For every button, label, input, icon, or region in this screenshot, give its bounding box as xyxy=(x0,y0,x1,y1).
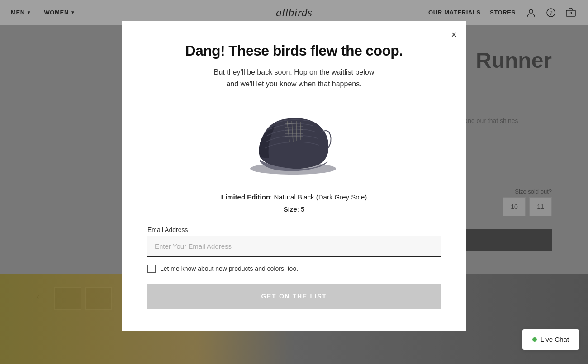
email-label: Email Address xyxy=(147,226,441,233)
product-edition-value: : Natural Black (Dark Grey Sole) xyxy=(270,193,367,201)
close-button[interactable]: × xyxy=(451,30,457,40)
live-chat-label: Live Chat xyxy=(541,336,569,343)
get-on-list-button[interactable]: GET ON THE LIST xyxy=(147,284,441,309)
newsletter-checkbox[interactable] xyxy=(147,265,156,273)
svg-line-8 xyxy=(296,121,297,141)
size-label: Size xyxy=(284,205,297,213)
checkbox-label: Let me know about new products and color… xyxy=(160,265,298,272)
product-info: Limited Edition: Natural Black (Dark Gre… xyxy=(147,191,441,215)
product-image xyxy=(240,99,348,180)
size-colon: : xyxy=(297,205,301,213)
email-input[interactable] xyxy=(147,236,441,257)
waitlist-modal: × Dang! These birds flew the coop. But t… xyxy=(122,21,466,331)
modal-subtitle: But they'll be back soon. Hop on the wai… xyxy=(147,66,441,90)
newsletter-checkbox-row: Let me know about new products and color… xyxy=(147,265,441,273)
modal-title: Dang! These birds flew the coop. xyxy=(147,43,441,59)
svg-line-9 xyxy=(300,122,301,140)
size-value: 5 xyxy=(301,205,304,213)
product-edition-label: Limited Edition xyxy=(221,193,270,201)
live-chat-button[interactable]: Live Chat xyxy=(522,329,579,350)
chat-status-dot xyxy=(532,337,537,342)
